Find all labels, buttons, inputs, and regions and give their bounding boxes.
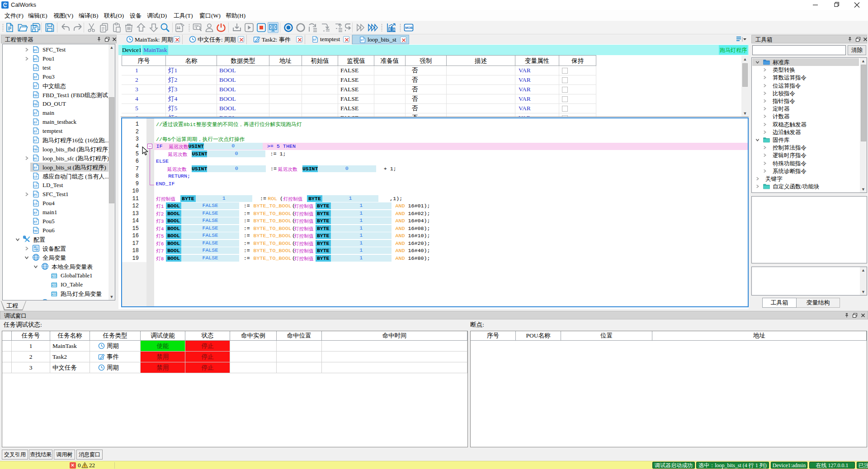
svg-text:MOB: MOB — [405, 26, 412, 29]
